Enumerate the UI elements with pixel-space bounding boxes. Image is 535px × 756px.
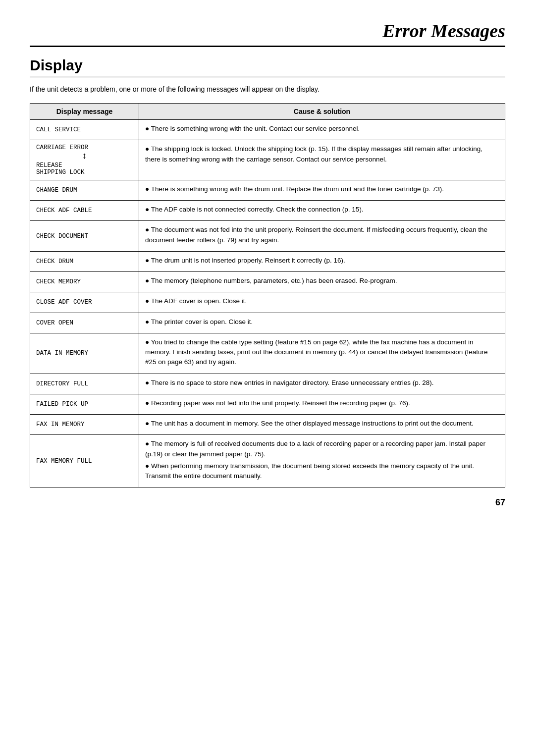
cause-item: ● The ADF cover is open. Close it. <box>145 296 499 306</box>
display-message-cell: FAX MEMORY FULL <box>30 435 139 487</box>
cause-item: ● The memory is full of received documen… <box>145 439 499 459</box>
table-row: DATA IN MEMORY● You tried to change the … <box>30 333 505 374</box>
display-message-cell: CARRIAGE ERROR↕RELEASESHIPPING LOCK <box>30 140 139 180</box>
cause-item: ● There is no space to store new entries… <box>145 378 499 388</box>
cause-item: ● The printer cover is open. Close it. <box>145 317 499 327</box>
display-message-cell: CHECK MEMORY <box>30 272 139 292</box>
cause-solution-cell: ● The ADF cover is open. Close it. <box>139 292 505 313</box>
display-message-cell: COVER OPEN <box>30 313 139 333</box>
table-row: CHANGE DRUM● There is something wrong wi… <box>30 180 505 200</box>
error-messages-table: Display message Cause & solution CALL SE… <box>30 103 505 487</box>
display-message-cell: FAILED PICK UP <box>30 394 139 414</box>
cause-solution-cell: ● There is something wrong with the drum… <box>139 180 505 200</box>
cause-solution-cell: ● The memory (telephone numbers, paramet… <box>139 272 505 292</box>
page-title: Error Messages <box>30 20 505 47</box>
cause-item: ● The drum unit is not inserted properly… <box>145 256 499 266</box>
cause-item: ● The memory (telephone numbers, paramet… <box>145 276 499 286</box>
cause-item: ● When performing memory transmission, t… <box>145 461 499 482</box>
col2-header: Cause & solution <box>139 104 505 120</box>
table-row: CHECK DOCUMENT● The document was not fed… <box>30 221 505 252</box>
display-message-cell: CHANGE DRUM <box>30 180 139 200</box>
table-row: DIRECTORY FULL● There is no space to sto… <box>30 374 505 394</box>
table-row: FAX MEMORY FULL● The memory is full of r… <box>30 435 505 487</box>
table-row: FAILED PICK UP● Recording paper was not … <box>30 394 505 414</box>
display-message-cell: CALL SERVICE <box>30 120 139 140</box>
table-row: CHECK DRUM● The drum unit is not inserte… <box>30 251 505 271</box>
cause-solution-cell: ● There is something wrong with the unit… <box>139 120 505 140</box>
cause-item: ● The unit has a document in memory. See… <box>145 419 499 429</box>
display-message-cell: FAX IN MEMORY <box>30 415 139 435</box>
cause-solution-cell: ● The drum unit is not inserted properly… <box>139 251 505 271</box>
cause-solution-cell: ● The document was not fed into the unit… <box>139 221 505 252</box>
cause-solution-cell: ● The ADF cable is not connected correct… <box>139 201 505 221</box>
cause-solution-cell: ● There is no space to store new entries… <box>139 374 505 394</box>
display-message-cell: CHECK DRUM <box>30 251 139 271</box>
cause-solution-cell: ● The shipping lock is locked. Unlock th… <box>139 140 505 180</box>
cause-item: ● Recording paper was not fed into the u… <box>145 398 499 408</box>
cause-item: ● There is something wrong with the unit… <box>145 124 499 134</box>
table-row: FAX IN MEMORY● The unit has a document i… <box>30 415 505 435</box>
display-message-cell: CHECK DOCUMENT <box>30 221 139 252</box>
page-number: 67 <box>30 497 505 508</box>
table-row: COVER OPEN● The printer cover is open. C… <box>30 313 505 333</box>
table-row: CHECK ADF CABLE● The ADF cable is not co… <box>30 201 505 221</box>
col1-header: Display message <box>30 104 139 120</box>
cause-solution-cell: ● The memory is full of received documen… <box>139 435 505 487</box>
table-row: CALL SERVICE● There is something wrong w… <box>30 120 505 140</box>
cause-solution-cell: ● The unit has a document in memory. See… <box>139 415 505 435</box>
cause-item: ● The ADF cable is not connected correct… <box>145 205 499 215</box>
cause-item: ● There is something wrong with the drum… <box>145 184 499 194</box>
cause-item: ● The shipping lock is locked. Unlock th… <box>145 144 499 164</box>
table-row: CARRIAGE ERROR↕RELEASESHIPPING LOCK● The… <box>30 140 505 180</box>
display-message-cell: CLOSE ADF COVER <box>30 292 139 313</box>
cause-solution-cell: ● Recording paper was not fed into the u… <box>139 394 505 414</box>
cause-item: ● You tried to change the cable type set… <box>145 337 499 368</box>
intro-text: If the unit detects a problem, one or mo… <box>30 85 505 93</box>
cause-solution-cell: ● You tried to change the cable type set… <box>139 333 505 374</box>
section-title: Display <box>30 57 505 77</box>
table-row: CLOSE ADF COVER● The ADF cover is open. … <box>30 292 505 313</box>
cause-solution-cell: ● The printer cover is open. Close it. <box>139 313 505 333</box>
display-message-cell: DATA IN MEMORY <box>30 333 139 374</box>
cause-item: ● The document was not fed into the unit… <box>145 225 499 245</box>
display-message-cell: CHECK ADF CABLE <box>30 201 139 221</box>
table-row: CHECK MEMORY● The memory (telephone numb… <box>30 272 505 292</box>
display-message-cell: DIRECTORY FULL <box>30 374 139 394</box>
